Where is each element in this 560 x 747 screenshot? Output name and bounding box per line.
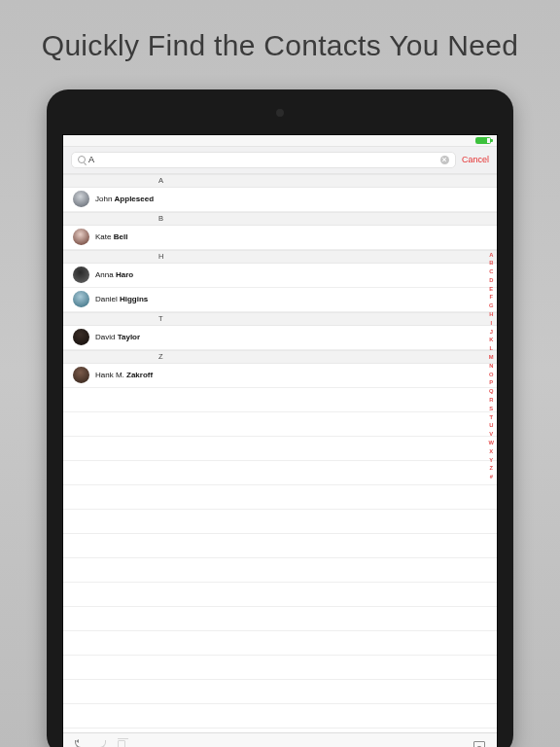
list-item [63, 583, 497, 607]
index-letter[interactable]: A [489, 252, 493, 258]
index-letter[interactable]: U [489, 422, 493, 428]
list-item [63, 607, 497, 631]
list-item [63, 485, 497, 510]
list-item [63, 437, 497, 461]
avatar [73, 267, 89, 283]
contact-row[interactable]: John Appleseed [63, 188, 497, 212]
list-item [63, 534, 497, 558]
contact-name: Anna Haro [95, 270, 133, 279]
list-item [63, 412, 497, 437]
index-letter[interactable]: L [489, 345, 493, 351]
search-input[interactable]: A [88, 155, 438, 164]
list-item [63, 461, 497, 485]
index-letter[interactable]: D [489, 277, 493, 283]
alpha-index-strip[interactable]: ABCDEFGHIJKLMNOPQRSTUVWXYZ# [489, 252, 494, 480]
ipad-device-frame: A Cancel AJohn AppleseedBKate BellHAnna … [47, 89, 513, 748]
section-header: A [63, 174, 497, 188]
index-letter[interactable]: J [490, 329, 493, 335]
index-letter[interactable]: # [490, 474, 493, 480]
contact-name: Daniel Higgins [95, 295, 148, 303]
bottom-toolbar [63, 732, 497, 748]
index-letter[interactable]: K [489, 337, 493, 342]
contact-row[interactable]: Kate Bell [63, 226, 497, 250]
avatar [73, 367, 89, 383]
redo-icon [96, 740, 106, 747]
list-item [63, 729, 497, 732]
list-item [63, 680, 497, 704]
cancel-button[interactable]: Cancel [462, 155, 489, 164]
trash-icon [118, 740, 125, 748]
avatar [73, 229, 89, 245]
index-letter[interactable]: B [489, 260, 493, 266]
list-item [63, 510, 497, 534]
contact-name: John Appleseed [95, 195, 154, 203]
index-letter[interactable]: Y [489, 457, 493, 463]
search-bar: A Cancel [63, 147, 497, 174]
contacts-list[interactable]: AJohn AppleseedBKate BellHAnna HaroDanie… [63, 174, 497, 732]
status-bar [63, 135, 497, 147]
index-letter[interactable]: X [489, 448, 493, 454]
search-icon [78, 156, 86, 163]
index-letter[interactable]: E [489, 286, 493, 292]
contact-name: Hank M. Zakroff [95, 371, 153, 379]
hide-keyboard-icon[interactable] [473, 741, 485, 748]
index-letter[interactable]: P [489, 379, 493, 385]
clear-icon[interactable] [440, 156, 449, 164]
search-field[interactable]: A [71, 152, 456, 168]
list-item [63, 558, 497, 583]
index-letter[interactable]: R [489, 397, 493, 403]
index-letter[interactable]: T [489, 414, 493, 420]
list-item [63, 704, 497, 729]
contact-row[interactable]: David Taylor [63, 326, 497, 350]
list-item [63, 656, 497, 680]
index-letter[interactable]: N [489, 363, 493, 369]
index-letter[interactable]: V [489, 431, 493, 437]
list-item [63, 631, 497, 656]
section-header: Z [63, 350, 497, 364]
list-item [63, 388, 497, 412]
contact-name: Kate Bell [95, 232, 127, 241]
marketing-headline: Quickly Find the Contacts You Need [42, 27, 518, 64]
screen: A Cancel AJohn AppleseedBKate BellHAnna … [62, 134, 498, 748]
index-letter[interactable]: I [490, 320, 492, 326]
avatar [73, 291, 89, 307]
contact-row[interactable]: Daniel Higgins [63, 288, 497, 312]
index-letter[interactable]: O [489, 372, 494, 377]
contact-row[interactable]: Hank M. Zakroff [63, 364, 497, 388]
empty-rows [63, 388, 497, 732]
battery-icon [475, 137, 491, 144]
contact-row[interactable]: Anna Haro [63, 264, 497, 288]
section-header: T [63, 312, 497, 326]
avatar [73, 329, 89, 345]
undo-icon[interactable] [75, 740, 85, 747]
section-header: H [63, 250, 497, 264]
index-letter[interactable]: H [489, 311, 493, 317]
index-letter[interactable]: F [489, 294, 493, 300]
index-letter[interactable]: C [489, 268, 493, 274]
index-letter[interactable]: G [489, 302, 494, 308]
contact-name: David Taylor [95, 333, 140, 341]
index-letter[interactable]: S [489, 406, 493, 411]
avatar [73, 191, 89, 207]
index-letter[interactable]: Q [489, 388, 494, 394]
section-header: B [63, 212, 497, 226]
index-letter[interactable]: M [489, 354, 494, 360]
index-letter[interactable]: W [489, 440, 494, 445]
index-letter[interactable]: Z [489, 465, 493, 471]
